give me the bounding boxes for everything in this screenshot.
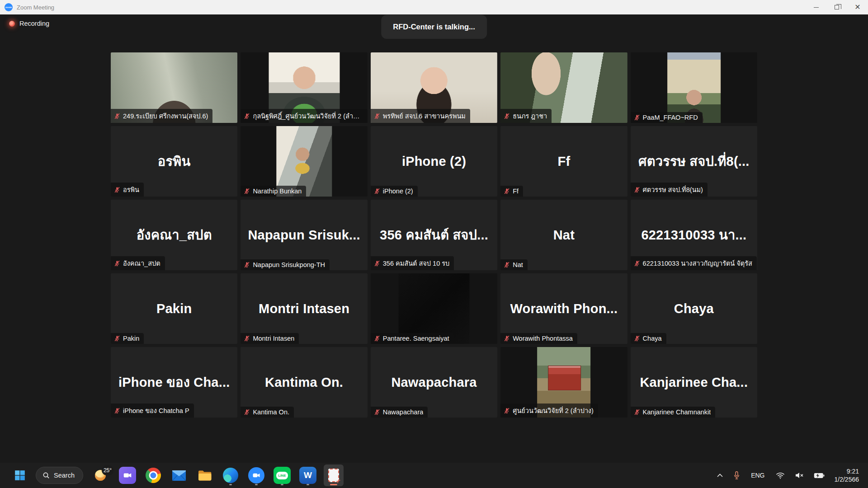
participant-name-label: iPhone ของ Chatcha P (123, 405, 189, 416)
meeting-stage: Recording RFD-Center is talking... 249.ร… (0, 14, 868, 463)
taskbar-apps: Search 25° (0, 463, 344, 488)
minimize-icon (814, 7, 819, 8)
mic-in-use-indicator[interactable] (731, 466, 743, 484)
participant-tile[interactable]: อังคณา_สปต อังคณา_สปต (111, 200, 237, 270)
participant-nameplate: Nawapachara (371, 407, 428, 418)
participant-tile[interactable]: Napapun Srisuk... Napapun Srisukpong-TH (241, 200, 367, 270)
search-box[interactable]: Search (36, 467, 83, 484)
participant-name-label: อังคณา_สปต (123, 258, 160, 268)
chrome-icon (146, 468, 161, 483)
weather-temp: 25° (102, 465, 113, 475)
participant-tile[interactable]: Ff Ff (500, 126, 627, 197)
muted-mic-icon (504, 262, 510, 268)
minimize-button[interactable] (806, 0, 826, 14)
participant-name-label: 356 คมสันต์ สจป 10 รบ (383, 258, 449, 268)
start-button[interactable] (10, 465, 30, 486)
participant-nameplate: Ff (500, 186, 523, 197)
zoom-meeting-window: zoom Zoom Meeting ✕ Recording RFD-Center… (0, 0, 868, 488)
participant-tile[interactable]: กุลนิฐพิศฎิ์_ศูนย์วนวัฒนวิจัยที่ 2 (ลำปา… (241, 52, 367, 123)
muted-mic-icon (114, 408, 120, 414)
muted-mic-icon (374, 113, 380, 119)
taskbar-app-line[interactable]: LINE (272, 465, 292, 486)
participant-tile[interactable]: 6221310033 นา... 6221310033 นางสาวกัญญาร… (631, 200, 757, 270)
search-icon (42, 472, 50, 479)
participant-tile[interactable]: Kanjarinee Cha... Kanjarinee Chamnankit (631, 347, 757, 418)
muted-mic-icon (374, 335, 380, 342)
muted-mic-icon (634, 409, 640, 415)
taskbar-app-mail[interactable] (169, 465, 189, 486)
participant-tile[interactable]: Pakin Pakin (111, 273, 237, 344)
recording-dot-icon (9, 21, 15, 27)
participant-tile[interactable]: พรทิพย์ สจป.6 สาขานครพนม (371, 52, 497, 123)
participant-tile[interactable]: ธนภร ฎาชา (500, 52, 627, 123)
restore-button[interactable] (826, 0, 847, 14)
participant-name-label: Ff (513, 188, 519, 195)
clock[interactable]: 9:21 1/2/2566 (832, 467, 862, 483)
zoom-app-icon: zoom (5, 3, 13, 11)
tray-chevron-up-button[interactable] (714, 466, 726, 484)
participant-nameplate: ธนภร ฎาชา (500, 109, 552, 123)
participant-tile[interactable]: iPhone (2) iPhone (2) (371, 126, 497, 197)
participant-tile[interactable]: Narathip Bunkan (241, 126, 367, 197)
participant-tile[interactable]: PaaM_FFAO~RFD (631, 52, 757, 123)
zoom-icon (248, 467, 264, 483)
participant-nameplate: Chaya (631, 333, 666, 344)
participant-name-label: Montri Intasen (253, 335, 294, 342)
participant-nameplate: iPhone ของ Chatcha P (111, 404, 194, 418)
participant-nameplate: Narathip Bunkan (241, 186, 306, 197)
taskbar-app-edge[interactable] (221, 465, 241, 486)
participant-tile[interactable]: ศูนย์วนวัฒนวิจัยที่ 2 (ลำปาง) (500, 347, 627, 418)
participant-tile[interactable]: Pantaree. Saengsaiyat (371, 273, 497, 344)
system-tray: ENG 9:21 1/2/25 (714, 463, 868, 488)
taskbar-app-chrome[interactable] (143, 465, 163, 486)
participant-tile[interactable]: Chaya Chaya (631, 273, 757, 344)
participant-name-label: Nat (513, 261, 523, 268)
taskbar-app-zoom[interactable] (246, 465, 266, 486)
taskbar-app-word[interactable]: W (298, 465, 318, 486)
volume-button[interactable] (792, 466, 807, 484)
taskbar: Search 25° (0, 463, 868, 488)
muted-mic-icon (244, 113, 250, 119)
participant-nameplate: iPhone (2) (371, 186, 418, 197)
muted-mic-icon (374, 260, 380, 267)
muted-mic-icon (374, 409, 380, 415)
taskbar-app-file-explorer[interactable] (195, 465, 215, 486)
participant-tile[interactable]: Montri Intasen Montri Intasen (241, 273, 367, 344)
muted-mic-icon (504, 335, 510, 342)
language-indicator[interactable]: ENG (747, 466, 768, 484)
search-label: Search (54, 472, 75, 479)
running-indicator-dot (281, 484, 283, 485)
participant-tile[interactable]: 249.ระเบียบ ศรีกงพาน(สจป.6) (111, 52, 237, 123)
muted-mic-icon (114, 187, 120, 193)
participant-name-label: 6221310033 นางสาวกัญญารัตน์ จัตุรัส (643, 258, 752, 268)
taskbar-app-chat[interactable] (118, 465, 137, 486)
participant-tile[interactable]: Nat Nat (500, 200, 627, 270)
participant-nameplate: อรพิน (111, 183, 144, 197)
participant-name-label: Narathip Bunkan (253, 188, 302, 195)
participant-nameplate: 249.ระเบียบ ศรีกงพาน(สจป.6) (111, 109, 212, 123)
participant-tile[interactable]: อรพิน อรพิน (111, 126, 237, 197)
participant-tile[interactable]: 356 คมสันต์ สจป... 356 คมสันต์ สจป 10 รบ (371, 200, 497, 270)
muted-mic-icon (504, 408, 510, 414)
muted-mic-icon (504, 113, 510, 119)
close-button[interactable]: ✕ (847, 0, 868, 14)
network-button[interactable] (773, 466, 788, 484)
active-app-indicator (330, 484, 337, 485)
battery-button[interactable] (811, 466, 827, 484)
widgets-weather-button[interactable]: 25° (89, 465, 112, 486)
participant-name-label: Pantaree. Saengsaiyat (383, 335, 449, 342)
taskbar-app-snipping-tool[interactable] (324, 465, 344, 486)
mail-icon (172, 470, 186, 481)
recording-label: Recording (19, 20, 49, 27)
muted-mic-icon (634, 335, 640, 342)
participant-tile[interactable]: Kantima On. Kantima On. (241, 347, 367, 418)
chat-app-icon (119, 467, 136, 484)
muted-mic-icon (114, 335, 120, 342)
participant-tile[interactable]: Nawapachara Nawapachara (371, 347, 497, 418)
participant-tile[interactable]: Worawith Phon... Worawith Phontassa (500, 273, 627, 344)
participant-tile[interactable]: ศตวรรษ สจป.ที่8(... ศตวรรษ สจป.ที่8(นม) (631, 126, 757, 197)
participant-tile[interactable]: iPhone ของ Cha... iPhone ของ Chatcha P (111, 347, 237, 418)
edge-icon (223, 468, 238, 483)
window-controls: ✕ (806, 0, 868, 14)
participant-name-label: iPhone (2) (383, 188, 413, 195)
